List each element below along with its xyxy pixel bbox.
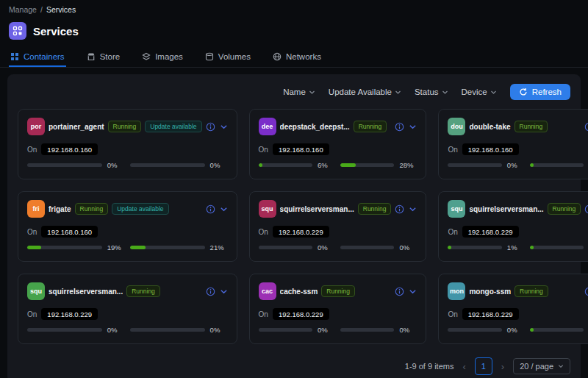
- container-name: frigate: [49, 205, 71, 213]
- chevron-down-icon[interactable]: [409, 123, 417, 131]
- container-avatar: dee: [259, 118, 276, 135]
- filter-toolbar: Name Update Available Status Device Refr…: [18, 82, 570, 101]
- host-address: 192.168.0.229: [273, 308, 329, 320]
- mem-progress: [340, 328, 394, 332]
- cpu-progress: [259, 246, 312, 249]
- container-card-deepstack[interactable]: dee deepstack_deepst... Running On 192.1…: [249, 109, 427, 179]
- info-icon[interactable]: [584, 122, 588, 132]
- container-name: squirrelserversman...: [469, 205, 543, 213]
- breadcrumb-section[interactable]: Manage: [9, 5, 37, 14]
- info-icon[interactable]: [206, 204, 215, 214]
- next-page-button[interactable]: ›: [500, 362, 506, 371]
- status-badge: Running: [354, 121, 387, 132]
- container-card-cache-ssm[interactable]: cac cache-ssm Running On 192.168.0.229 0…: [249, 274, 427, 344]
- container-name: deepstack_deepst...: [280, 123, 350, 131]
- mem-progress: [130, 328, 205, 332]
- mem-progress: [530, 328, 584, 332]
- page-size-select[interactable]: 20 / page: [513, 358, 570, 374]
- host-label: On: [448, 228, 457, 236]
- breadcrumb-current: Services: [46, 5, 76, 14]
- container-card-portainer-agent[interactable]: por portainer_agent Running Update avail…: [18, 109, 237, 179]
- cpu-percent: 19%: [107, 243, 125, 252]
- host-address: 192.168.0.229: [273, 226, 329, 238]
- host-address: 192.168.0.160: [462, 143, 519, 155]
- filter-device-dropdown[interactable]: Device: [462, 88, 497, 96]
- mem-progress: [130, 163, 205, 167]
- mem-progress: [340, 163, 394, 167]
- chevron-down-icon[interactable]: [409, 205, 417, 213]
- container-card-squirrelserversman-3[interactable]: squ squirrelserversman... Running On 192…: [18, 274, 237, 344]
- info-icon[interactable]: [395, 204, 404, 214]
- container-name: cache-ssm: [280, 288, 318, 296]
- cpu-percent: 6%: [318, 161, 335, 169]
- info-icon[interactable]: [584, 287, 588, 296]
- tab-images[interactable]: Images: [140, 49, 184, 67]
- host-label: On: [448, 146, 457, 154]
- container-name: double-take: [469, 123, 510, 131]
- container-avatar: dou: [448, 118, 465, 135]
- containers-icon: [10, 52, 19, 61]
- pagination-summary: 1-9 of 9 items: [405, 362, 454, 371]
- chevron-down-icon[interactable]: [409, 288, 417, 296]
- cpu-progress: [27, 328, 102, 332]
- status-badge: Running: [321, 285, 355, 297]
- chevron-down-icon[interactable]: [220, 288, 228, 296]
- chevron-down-icon[interactable]: [220, 123, 228, 131]
- chevron-down-icon[interactable]: [220, 205, 228, 213]
- breadcrumb-separator: /: [40, 5, 43, 14]
- filter-update-available-dropdown[interactable]: Update Available: [329, 88, 401, 96]
- mem-percent: 0%: [399, 326, 417, 334]
- container-card-squirrelserversman-1[interactable]: squ squirrelserversman... Running On 192…: [249, 191, 427, 262]
- host-label: On: [27, 228, 37, 236]
- chevron-down-icon: [309, 89, 315, 96]
- status-badge: Running: [75, 203, 109, 215]
- container-card-mongo-ssm[interactable]: mon mongo-ssm Running On 192.168.0.229 0…: [438, 274, 588, 344]
- container-avatar: squ: [259, 200, 276, 218]
- host-label: On: [259, 228, 268, 236]
- container-avatar: mon: [448, 282, 465, 300]
- container-avatar: squ: [448, 200, 465, 218]
- status-badge: Running: [548, 203, 581, 215]
- info-icon[interactable]: [206, 287, 215, 296]
- mem-percent: 0%: [210, 161, 228, 169]
- cpu-progress: [259, 328, 312, 332]
- cpu-progress: [448, 328, 501, 332]
- cpu-progress: [448, 163, 501, 167]
- tab-networks[interactable]: Networks: [271, 49, 323, 67]
- host-label: On: [27, 310, 37, 318]
- grid-glyph-icon: [12, 26, 23, 36]
- containers-panel: Name Update Available Status Device Refr…: [7, 74, 581, 378]
- current-page-button[interactable]: 1: [475, 357, 492, 375]
- cpu-progress: [27, 246, 102, 249]
- info-icon[interactable]: [584, 204, 588, 214]
- mem-percent: 0%: [399, 243, 417, 252]
- info-icon[interactable]: [206, 122, 215, 132]
- filter-status-dropdown[interactable]: Status: [415, 88, 448, 96]
- container-card-squirrelserversman-2[interactable]: squ squirrelserversman... Running On 192…: [438, 191, 588, 262]
- volumes-icon: [205, 52, 214, 61]
- tab-containers[interactable]: Containers: [9, 49, 66, 67]
- status-badge: Running: [358, 203, 392, 215]
- info-icon[interactable]: [395, 287, 404, 296]
- previous-page-button[interactable]: ‹: [461, 362, 467, 371]
- sort-name-dropdown[interactable]: Name: [283, 88, 315, 96]
- cpu-percent: 0%: [107, 326, 125, 334]
- tab-volumes[interactable]: Volumes: [204, 49, 252, 67]
- services-app-icon: [9, 22, 26, 40]
- cpu-progress: [27, 163, 102, 167]
- refresh-button[interactable]: Refresh: [510, 84, 570, 100]
- container-name: squirrelserversman...: [49, 288, 123, 296]
- cpu-progress: [259, 163, 312, 167]
- breadcrumb: Manage / Services: [9, 5, 579, 14]
- host-label: On: [259, 310, 268, 318]
- chevron-down-icon: [395, 89, 401, 96]
- chevron-down-icon: [490, 89, 497, 96]
- container-name: mongo-ssm: [469, 288, 511, 296]
- tab-store[interactable]: Store: [85, 49, 122, 67]
- container-name: squirrelserversman...: [280, 205, 354, 213]
- container-card-double-take[interactable]: dou double-take Running On 192.168.0.160…: [438, 109, 588, 179]
- status-badge: Running: [108, 121, 142, 132]
- container-card-frigate[interactable]: fri frigate Running Update available On …: [18, 191, 237, 262]
- info-icon[interactable]: [395, 122, 404, 132]
- cpu-percent: 0%: [507, 161, 525, 169]
